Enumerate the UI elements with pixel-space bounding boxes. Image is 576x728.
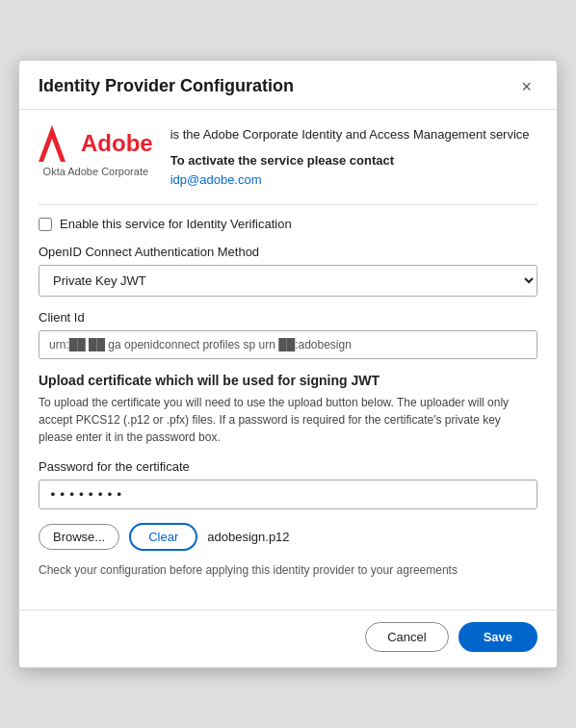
upload-title: Upload certificate which will be used fo…: [39, 373, 537, 388]
adobe-chevron-icon: [39, 125, 75, 162]
client-id-group: Client Id: [39, 310, 537, 359]
dialog-footer: Cancel Save: [19, 610, 557, 667]
enable-row: Enable this service for Identity Verific…: [39, 217, 537, 231]
auth-method-group: OpenID Connect Authentication Method Pri…: [39, 245, 537, 297]
provider-desc-text: is the Adobe Corporate Identity and Acce…: [170, 127, 530, 142]
dialog: Identity Provider Configuration × Adobe …: [18, 60, 558, 668]
svg-marker-0: [39, 125, 65, 162]
dialog-header: Identity Provider Configuration ×: [19, 61, 557, 110]
provider-description: is the Adobe Corporate Identity and Acce…: [170, 125, 530, 190]
password-label: Password for the certificate: [39, 459, 537, 474]
adobe-logo-graphic: Adobe: [39, 125, 153, 162]
close-button[interactable]: ×: [515, 76, 537, 97]
save-button[interactable]: Save: [458, 622, 537, 652]
provider-info: Adobe Okta Adobe Corporate is the Adobe …: [39, 125, 537, 190]
client-id-input[interactable]: [39, 330, 537, 359]
dialog-body: Adobe Okta Adobe Corporate is the Adobe …: [19, 110, 557, 610]
check-note: Check your configuration before applying…: [39, 562, 537, 579]
password-input[interactable]: [39, 480, 537, 509]
file-row: Browse... Clear adobesign.p12: [39, 523, 537, 551]
clear-button[interactable]: Clear: [129, 523, 197, 551]
contact-email[interactable]: idp@adobe.com: [170, 172, 262, 187]
enable-label[interactable]: Enable this service for Identity Verific…: [60, 217, 292, 231]
enable-checkbox[interactable]: [39, 218, 52, 231]
client-id-label: Client Id: [39, 310, 537, 325]
adobe-wordmark: Adobe: [81, 130, 153, 157]
browse-button[interactable]: Browse...: [39, 524, 119, 550]
contact-label: To activate the service please contact: [170, 151, 530, 170]
filename: adobesign.p12: [207, 530, 289, 544]
cancel-button[interactable]: Cancel: [365, 622, 448, 652]
password-group: Password for the certificate: [39, 459, 537, 509]
adobe-subtitle: Okta Adobe Corporate: [43, 166, 148, 177]
auth-method-label: OpenID Connect Authentication Method: [39, 245, 537, 259]
upload-section: Upload certificate which will be used fo…: [39, 373, 537, 446]
upload-desc: To upload the certificate you will need …: [39, 394, 537, 446]
divider: [39, 204, 537, 205]
adobe-logo: Adobe Okta Adobe Corporate: [39, 125, 153, 177]
dialog-title: Identity Provider Configuration: [39, 76, 294, 96]
auth-method-select[interactable]: Private Key JWT Client Secret None: [39, 265, 537, 297]
